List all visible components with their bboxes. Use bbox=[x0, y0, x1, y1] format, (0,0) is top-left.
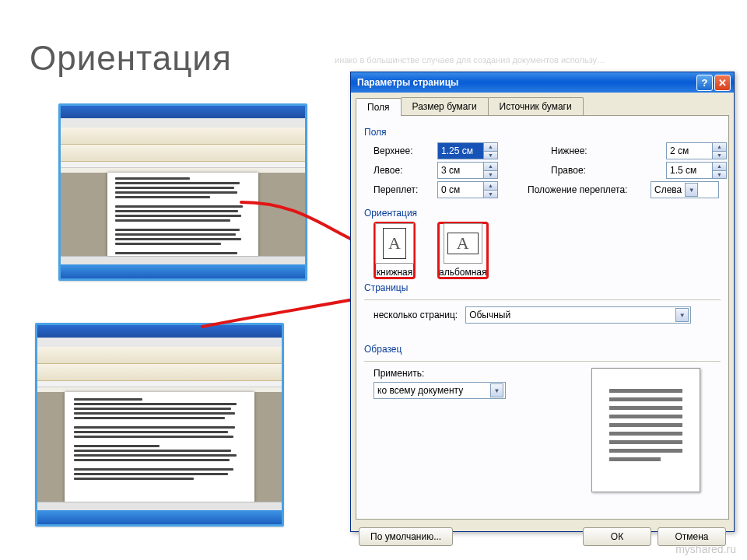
multi-pages-value: Обычный bbox=[469, 310, 672, 320]
gutter-pos-label: Положение переплета: bbox=[512, 184, 646, 195]
orientation-portrait-label: книжная bbox=[375, 267, 414, 278]
right-margin-input[interactable] bbox=[667, 163, 712, 178]
default-button[interactable]: По умолчанию... bbox=[359, 527, 453, 546]
spin-down-icon[interactable]: ▼ bbox=[483, 152, 497, 159]
tab-paper-size[interactable]: Размер бумаги bbox=[401, 97, 489, 115]
multi-pages-label: несколько страниц: bbox=[374, 310, 458, 320]
bottom-margin-label: Нижнее: bbox=[512, 145, 661, 156]
section-preview-title: Образец bbox=[364, 344, 721, 355]
orientation-landscape[interactable]: A альбомная bbox=[439, 223, 487, 278]
orientation-portrait[interactable]: A книжная bbox=[375, 223, 414, 278]
section-pages-title: Страницы bbox=[364, 282, 721, 293]
left-margin-field[interactable]: ▲▼ bbox=[437, 162, 498, 179]
section-orientation-title: Ориентация bbox=[364, 208, 721, 219]
top-margin-label: Верхнее: bbox=[374, 145, 433, 156]
apply-dropdown[interactable]: ко всему документу ▼ bbox=[374, 382, 506, 399]
tab-margins[interactable]: Поля bbox=[356, 98, 402, 116]
gutter-pos-dropdown[interactable]: Слева ▼ bbox=[651, 181, 719, 198]
spin-up-icon[interactable]: ▲ bbox=[483, 143, 497, 152]
dropdown-arrow-icon[interactable]: ▼ bbox=[675, 308, 689, 322]
right-margin-field[interactable]: ▲▼ bbox=[666, 162, 727, 179]
page-setup-dialog: Параметры страницы ? ✕ Поля Размер бумаг… bbox=[350, 72, 735, 532]
dialog-title: Параметры страницы bbox=[357, 77, 458, 88]
gutter-input[interactable] bbox=[438, 182, 483, 198]
apply-value: ко всему документу bbox=[377, 385, 487, 396]
close-button[interactable]: ✕ bbox=[714, 75, 731, 91]
apply-label: Применить: bbox=[374, 368, 506, 379]
portrait-icon: A bbox=[375, 223, 414, 264]
dialog-panel: Поля Верхнее: ▲▼ Нижнее: ▲▼ Левое: ▲▼ Пр… bbox=[356, 115, 729, 520]
multi-pages-dropdown[interactable]: Обычный ▼ bbox=[465, 306, 691, 324]
watermark: myshared.ru bbox=[675, 543, 736, 555]
bottom-margin-input[interactable] bbox=[667, 143, 712, 159]
landscape-icon: A bbox=[444, 223, 482, 264]
word-screenshot-landscape bbox=[35, 323, 284, 527]
dropdown-arrow-icon[interactable]: ▼ bbox=[685, 183, 698, 197]
right-margin-label: Правое: bbox=[512, 165, 661, 176]
left-margin-input[interactable] bbox=[438, 163, 483, 178]
word-screenshot-portrait bbox=[58, 103, 307, 281]
top-margin-field[interactable]: ▲▼ bbox=[437, 142, 498, 159]
ok-button[interactable]: ОК bbox=[583, 527, 651, 546]
gutter-label: Переплет: bbox=[374, 184, 433, 195]
orientation-landscape-label: альбомная bbox=[439, 267, 487, 278]
dialog-titlebar[interactable]: Параметры страницы ? ✕ bbox=[351, 72, 734, 93]
top-margin-input[interactable] bbox=[438, 143, 483, 159]
page-preview-icon bbox=[591, 368, 700, 492]
tab-strip: Поля Размер бумаги Источник бумаги bbox=[356, 97, 729, 115]
left-margin-label: Левое: bbox=[374, 165, 433, 176]
bottom-margin-field[interactable]: ▲▼ bbox=[666, 142, 727, 159]
slide-title: Ориентация bbox=[30, 39, 232, 78]
section-margins-title: Поля bbox=[364, 127, 721, 138]
dropdown-arrow-icon[interactable]: ▼ bbox=[490, 383, 503, 397]
gutter-pos-value: Слева bbox=[654, 184, 682, 195]
help-button[interactable]: ? bbox=[696, 75, 713, 91]
tab-paper-source[interactable]: Источник бумаги bbox=[488, 97, 584, 115]
gutter-field[interactable]: ▲▼ bbox=[437, 181, 498, 198]
